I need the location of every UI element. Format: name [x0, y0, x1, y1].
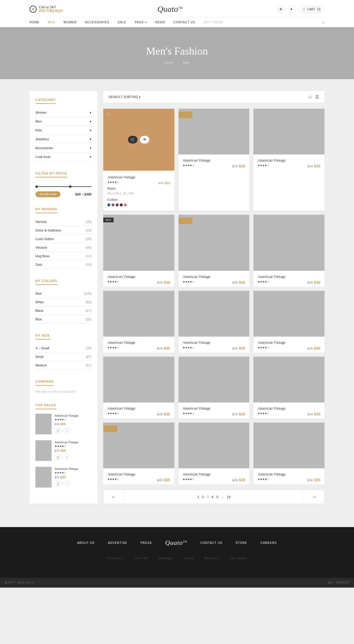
wishlist-icon[interactable]: ♡ — [63, 481, 70, 487]
color-filter[interactable]: Blue(25) — [35, 315, 91, 324]
product-card[interactable]: American Vintage ★★★★☆ $70$35 — [253, 423, 324, 484]
sort-dropdown[interactable]: DEFAULT SORTING ▾ — [109, 95, 141, 99]
crumb-home[interactable]: Home — [165, 61, 173, 64]
size-filter[interactable]: Medium(87) — [35, 361, 91, 370]
add-to-cart-icon[interactable]: 🛒 — [128, 136, 137, 144]
page-number[interactable]: 2 — [202, 495, 204, 499]
hot-badge: HOT — [103, 218, 114, 222]
new-badge: NEW — [178, 112, 192, 118]
footer-careers[interactable]: CAREERS — [260, 541, 277, 544]
add-cart-icon[interactable]: 🛒 — [55, 428, 62, 433]
brand-filter[interactable]: Hug Boss(12) — [35, 252, 91, 260]
top-sale-item[interactable]: American Vintage ★★★★☆ $75 $35 🛒 ♡ — [35, 467, 91, 488]
footer-about[interactable]: ABOUT US — [77, 541, 95, 544]
nav-men[interactable]: MEN — [48, 21, 55, 24]
settings-icon[interactable]: ⚙ — [277, 5, 285, 13]
brand-filter[interactable]: Hermes(20) — [35, 218, 91, 226]
brand-filter[interactable]: Zara(33) — [35, 260, 91, 269]
color-filter[interactable]: Black(87) — [35, 306, 91, 315]
heart-icon[interactable]: ♡ — [107, 112, 111, 117]
brand-filter[interactable]: Versace(45) — [35, 243, 91, 252]
brand-filter[interactable]: Dolce & Gabbana(16) — [35, 226, 91, 235]
quickview-icon[interactable]: 👁 — [140, 136, 149, 144]
color-filter[interactable]: White(65) — [35, 298, 91, 306]
price-slider[interactable] — [35, 186, 91, 187]
nav-page[interactable]: PAGE + — [135, 21, 147, 24]
wishlist-icon[interactable]: ♡ — [63, 428, 70, 433]
page-number[interactable]: 1 — [197, 495, 199, 499]
product-card[interactable]: American Vintage ★★★★☆ $70$35 — [178, 291, 250, 353]
top-sale-image — [35, 414, 52, 434]
grid-view-icon[interactable]: ▦ — [308, 94, 312, 99]
wishlist-icon[interactable]: ♥ — [288, 5, 295, 13]
image-id: 编号：04928297 — [328, 581, 350, 585]
price-range: $29 – $399 — [75, 193, 91, 196]
nav-news[interactable]: NEWS — [155, 21, 165, 24]
social-link[interactable]: VIMEO — [184, 557, 194, 560]
social-link[interactable]: BEHANCE — [204, 557, 219, 560]
social-link[interactable]: RSS FEEDS — [230, 557, 247, 560]
new-badge: NEW — [103, 425, 117, 432]
product-card-featured[interactable]: ♡ 🛒 👁 American Vintage ★★★★☆ $70$35 Size… — [103, 109, 174, 211]
phone-number[interactable]: 070-7782-9137 — [39, 9, 63, 13]
top-sale-item[interactable]: American Vintage ★★★★☆ $75 $35 🛒 ♡ — [35, 414, 91, 434]
size-filter[interactable]: Small(87) — [35, 353, 91, 361]
nav-buy-theme[interactable]: BUY THEME — [204, 21, 223, 24]
nav-accessories[interactable]: ACCESSORIES — [85, 21, 109, 24]
page-number[interactable]: 3 — [207, 495, 209, 499]
social-link[interactable]: FACEBOOK — [107, 557, 124, 560]
wishlist-icon[interactable]: ♡ — [63, 454, 70, 460]
nav-home[interactable]: HOME — [30, 21, 40, 24]
filter-button[interactable]: FILTER NOW — [35, 191, 60, 197]
cart-button[interactable]: 🛒 CART (3) — [298, 6, 324, 13]
next-page[interactable]: → — [304, 490, 324, 503]
product-card[interactable]: NEW American Vintage ★★★★☆ $70$35 — [103, 423, 174, 484]
category-item[interactable]: Women▾ — [35, 108, 91, 117]
category-item[interactable]: Men▾ — [35, 117, 91, 126]
search-icon[interactable]: ⌕ — [322, 20, 324, 24]
topsales-title: TOP SALES — [35, 403, 56, 409]
footer-store[interactable]: STORE — [236, 541, 247, 544]
color-filter[interactable]: Red(120) — [35, 289, 91, 298]
logo[interactable]: QuatoTM — [158, 4, 183, 14]
product-card[interactable]: HOT American Vintage ★★★★☆ $70$35 — [103, 215, 174, 287]
footer-logo[interactable]: QuatoTM — [165, 539, 187, 547]
product-card[interactable]: American Vintage ★★★★☆ $70$35 — [253, 215, 324, 287]
category-item[interactable]: Jewellery▾ — [35, 135, 91, 144]
crumb-current: Men — [183, 61, 189, 64]
product-card[interactable]: American Vintage ★★★★☆ $70$35 — [103, 291, 174, 353]
size-filter[interactable]: X – Small(20) — [35, 344, 91, 353]
page-number[interactable]: 4 — [212, 495, 213, 499]
category-item[interactable]: Look book▾ — [35, 153, 91, 162]
add-cart-icon[interactable]: 🛒 — [55, 454, 62, 460]
product-card[interactable]: American Vintage ★★★★☆ $70$35 — [253, 291, 324, 353]
product-card[interactable]: American Vintage ★★★★☆ $70$35 — [253, 109, 324, 211]
product-card[interactable]: NEW American Vintage ★★★★☆ $70$35 — [178, 215, 250, 287]
nav-contact[interactable]: CONTACT US — [173, 21, 195, 24]
top-sale-item[interactable]: American Vintage ★★★★☆ $75 $35 🛒 ♡ — [35, 440, 91, 461]
nav-sale[interactable]: SALE — [118, 21, 127, 24]
product-card[interactable]: NEW American Vintage ★★★★☆ $70$35 — [178, 109, 250, 211]
main-nav: HOME MEN WOMEN ACCESSORIES SALE PAGE + N… — [30, 21, 223, 24]
brand-filter[interactable]: Louis Vuitton(28) — [35, 235, 91, 243]
add-cart-icon[interactable]: 🛒 — [55, 481, 62, 487]
footer-press[interactable]: PRESS — [140, 541, 152, 544]
product-card[interactable]: American Vintage ★★★★☆ $70$35 — [178, 357, 250, 418]
prev-page[interactable]: ← — [103, 490, 124, 503]
nav-women[interactable]: WOMEN — [63, 21, 76, 24]
footer-contact[interactable]: CONTACT US — [201, 541, 222, 544]
social-link[interactable]: TWITTER — [134, 557, 148, 560]
page-number[interactable]: 19 — [227, 495, 230, 499]
social-link[interactable]: DRIBBBLE — [158, 557, 174, 560]
page-number[interactable]: 5 — [216, 495, 218, 499]
category-item[interactable]: Kids▾ — [35, 126, 91, 135]
source-credit: 素材天下 sucai.com.cn — [4, 581, 34, 585]
top-sale-image — [35, 467, 52, 488]
page-number[interactable]: ... — [221, 495, 224, 499]
list-view-icon[interactable]: ☰ — [315, 94, 319, 99]
footer-advertise[interactable]: ADVERTISE — [108, 541, 127, 544]
product-card[interactable]: American Vintage ★★★★☆ $70$35 — [178, 423, 250, 484]
product-card[interactable]: American Vintage ★★★★☆ $70$35 — [253, 357, 324, 418]
product-card[interactable]: American Vintage ★★★★☆ $70$35 — [103, 357, 174, 418]
category-item[interactable]: Accessories▾ — [35, 144, 91, 153]
